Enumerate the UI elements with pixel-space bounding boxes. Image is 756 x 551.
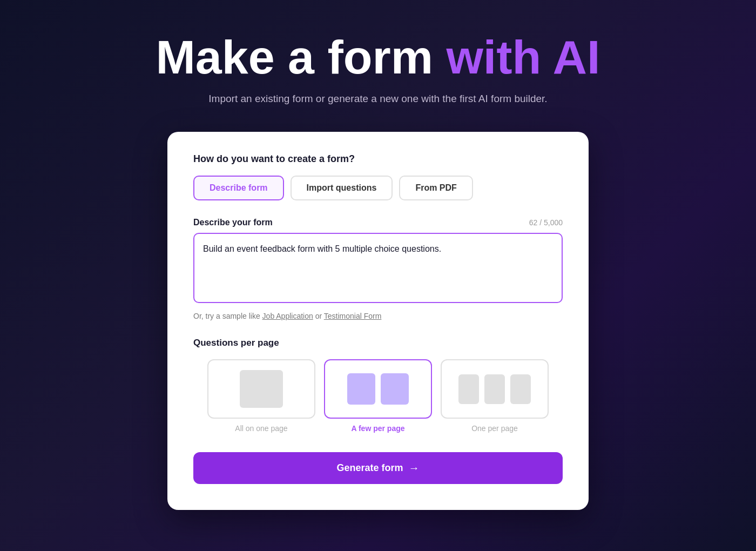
layout-few-label: A few per page — [351, 424, 404, 433]
sample-link-testimonial[interactable]: Testimonial Form — [324, 312, 382, 320]
generate-btn-label: Generate form — [336, 462, 403, 474]
hero-title-ai: with AI — [446, 30, 600, 84]
layout-one-wrapper: One per page — [441, 359, 549, 433]
char-count: 62 / 5,000 — [529, 218, 563, 227]
layout-all-label: All on one page — [235, 424, 287, 433]
layout-block-small-2 — [484, 374, 505, 404]
sample-text: Or, try a sample like — [193, 312, 262, 320]
tab-pdf[interactable]: From PDF — [399, 176, 473, 200]
generate-form-button[interactable]: Generate form → — [193, 452, 563, 484]
layout-block-medium-1 — [347, 373, 375, 405]
sample-links: Or, try a sample like Job Application or… — [193, 312, 563, 320]
generate-btn-arrow: → — [409, 462, 420, 474]
creation-question: How do you want to create a form? — [193, 153, 563, 165]
hero-title-text: Make a form — [156, 30, 446, 84]
hero-title: Make a form with AI — [156, 32, 600, 82]
tab-row: Describe form Import questions From PDF — [193, 176, 563, 200]
layout-few-per-page[interactable] — [324, 359, 432, 419]
tab-describe[interactable]: Describe form — [193, 176, 284, 200]
layout-block-medium-2 — [381, 373, 409, 405]
sample-or: or — [313, 312, 324, 320]
tab-import[interactable]: Import questions — [291, 176, 393, 200]
describe-label: Describe your form — [193, 218, 273, 227]
layout-block-small-1 — [458, 374, 479, 404]
describe-textarea[interactable]: Build an event feedback form with 5 mult… — [193, 233, 563, 303]
layout-few-wrapper: A few per page — [324, 359, 432, 433]
layout-block-single — [240, 370, 283, 408]
layout-one-per-page[interactable] — [441, 359, 549, 419]
layout-all-on-one[interactable] — [207, 359, 315, 419]
layout-one-label: One per page — [471, 424, 518, 433]
hero-subtitle: Import an existing form or generate a ne… — [208, 93, 547, 105]
sample-link-job-application[interactable]: Job Application — [262, 312, 313, 320]
layout-all-wrapper: All on one page — [207, 359, 315, 433]
main-card: How do you want to create a form? Descri… — [167, 132, 589, 510]
layout-options: All on one page A few per page One per p… — [193, 359, 563, 433]
layout-section-label: Questions per page — [193, 338, 563, 348]
describe-label-row: Describe your form 62 / 5,000 — [193, 218, 563, 227]
layout-block-small-3 — [510, 374, 531, 404]
